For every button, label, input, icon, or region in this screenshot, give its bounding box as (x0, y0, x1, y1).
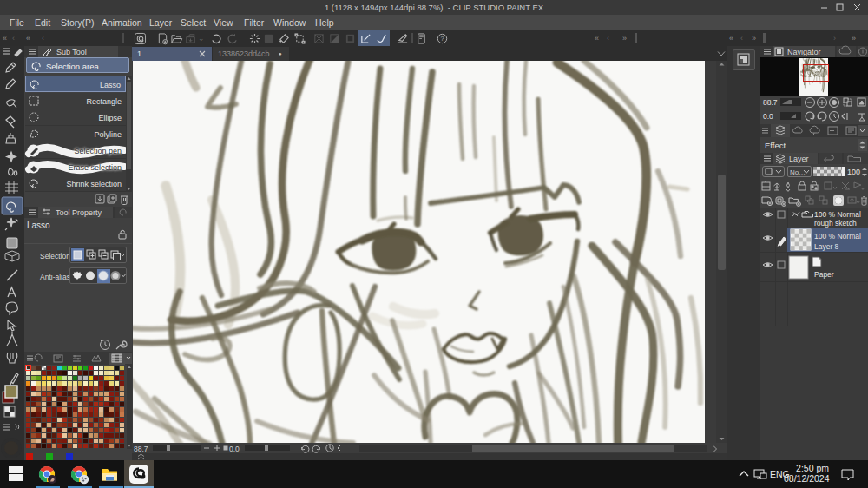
svg-text:?: ? (440, 35, 444, 43)
